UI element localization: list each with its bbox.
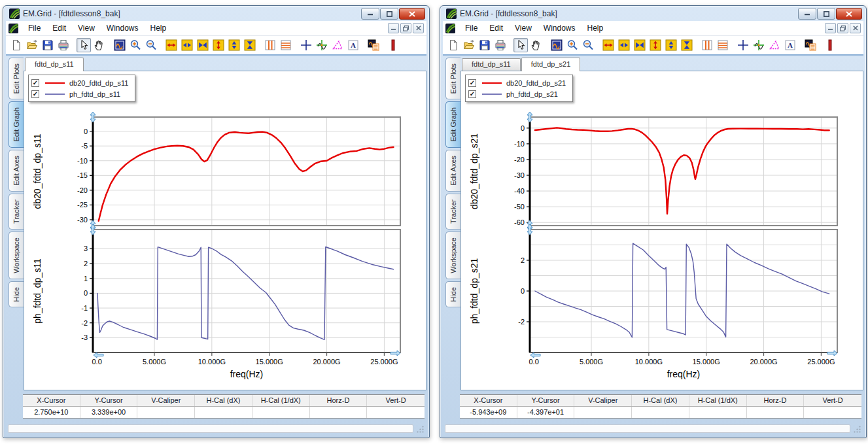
sidebar-tab-workspace[interactable]: Workspace <box>445 232 460 279</box>
legend-checkbox[interactable]: ✓ <box>468 90 476 98</box>
save-icon[interactable] <box>41 38 55 52</box>
text-label-icon[interactable]: A <box>346 38 360 52</box>
mdi-minimize-button[interactable] <box>388 23 399 33</box>
h-bowtie-icon[interactable] <box>633 38 647 52</box>
minimize-button[interactable] <box>361 8 379 20</box>
v-stretch-icon[interactable] <box>211 38 226 52</box>
legend-checkbox[interactable]: ✓ <box>468 79 476 87</box>
title-bar[interactable]: EM.Grid - [fdtdlesson8_bak] <box>6 6 426 21</box>
clipped-icon[interactable] <box>382 38 396 52</box>
close-button[interactable] <box>399 8 425 20</box>
h-stretch-icon[interactable] <box>601 38 616 52</box>
pan-hand-icon[interactable] <box>92 38 107 52</box>
vertical-gridlines-icon[interactable] <box>700 38 714 52</box>
zoom-in-icon[interactable] <box>128 38 143 52</box>
sidebar-tab-edit-axes[interactable]: Edit Axes <box>445 150 460 192</box>
text-label-icon[interactable]: A <box>783 38 797 52</box>
menu-file[interactable]: File <box>459 22 483 35</box>
vertical-gridlines-icon[interactable] <box>263 38 277 52</box>
mdi-restore-button[interactable] <box>400 23 411 33</box>
horizontal-gridlines-icon[interactable] <box>716 38 730 52</box>
maximize-button[interactable] <box>817 8 835 20</box>
save-icon[interactable] <box>477 38 492 52</box>
sidebar-tab-edit-graph[interactable]: Edit Graph <box>9 101 24 148</box>
mdi-minimize-button[interactable] <box>825 23 836 33</box>
x-axis-handle[interactable] <box>391 351 400 356</box>
v-bowtie-icon[interactable] <box>680 38 694 52</box>
crosshair-icon[interactable] <box>299 38 313 52</box>
menu-windows[interactable]: Windows <box>538 22 582 35</box>
new-document-icon[interactable] <box>9 38 24 52</box>
s-parameter-chart: 0-5-10-15-20-25-30db20_fdtd_dp_s113210-1… <box>25 112 425 381</box>
h-arrows-icon[interactable] <box>617 38 631 52</box>
menu-edit[interactable]: Edit <box>483 22 509 35</box>
print-icon[interactable] <box>56 38 71 52</box>
sidebar-tab-hide[interactable]: Hide <box>9 281 24 308</box>
zoom-in-icon[interactable] <box>565 38 580 52</box>
plot-tab-fdtd-dp-s11[interactable]: fdtd_dp_s11 <box>462 58 521 71</box>
x-axis-handle[interactable] <box>827 351 837 356</box>
v-arrows-icon[interactable] <box>664 38 678 52</box>
zoom-out-icon[interactable] <box>144 38 158 52</box>
menu-help[interactable]: Help <box>582 22 610 35</box>
sidebar-tab-hide[interactable]: Hide <box>445 281 460 308</box>
new-document-icon[interactable] <box>446 38 460 52</box>
legend-label: db20_fdtd_dp_s21 <box>506 79 566 87</box>
report-icon[interactable] <box>366 38 381 52</box>
menu-view[interactable]: View <box>509 22 538 35</box>
select-cursor-icon[interactable] <box>77 38 91 52</box>
menu-edit[interactable]: Edit <box>46 22 72 35</box>
x-axis-handle[interactable] <box>530 352 540 358</box>
title-bar[interactable]: EM.Grid - [fdtdlesson8_bak] <box>443 6 863 21</box>
sidebar-tab-edit-plots[interactable]: Edit Plots <box>445 58 460 99</box>
legend-label: ph_fdtd_dp_s11 <box>69 90 120 98</box>
v-stretch-icon[interactable] <box>648 38 663 52</box>
menu-file[interactable]: File <box>22 22 46 35</box>
sidebar-tab-tracker[interactable]: Tracker <box>445 194 460 230</box>
v-bowtie-icon[interactable] <box>243 38 257 52</box>
plot-tab-fdtd-dp-s21[interactable]: fdtd_dp_s21 <box>521 58 581 71</box>
clipped-icon[interactable] <box>819 38 833 52</box>
zoom-out-icon[interactable] <box>581 38 595 52</box>
legend-checkbox[interactable]: ✓ <box>31 79 39 87</box>
plot-window-icon[interactable] <box>549 38 564 52</box>
open-folder-icon[interactable] <box>25 38 39 52</box>
caliper-icon[interactable] <box>330 38 345 52</box>
tracker-icon[interactable] <box>315 38 329 52</box>
legend-checkbox[interactable]: ✓ <box>31 90 39 98</box>
h-arrows-icon[interactable] <box>180 38 194 52</box>
menu-help[interactable]: Help <box>145 22 173 35</box>
close-button[interactable] <box>836 8 862 20</box>
mdi-close-button[interactable] <box>413 23 424 33</box>
resize-grip[interactable] <box>416 424 425 433</box>
maximize-button[interactable] <box>380 8 398 20</box>
menu-view[interactable]: View <box>72 22 101 35</box>
caliper-icon[interactable] <box>767 38 782 52</box>
horizontal-gridlines-icon[interactable] <box>279 38 293 52</box>
x-axis-label: freq(Hz) <box>230 369 264 379</box>
cursor-table-header: Horz-D <box>310 395 368 406</box>
pan-hand-icon[interactable] <box>529 38 544 52</box>
mdi-restore-button[interactable] <box>837 23 848 33</box>
minimize-button[interactable] <box>798 8 816 20</box>
crosshair-icon[interactable] <box>736 38 750 52</box>
sidebar-tab-edit-graph[interactable]: Edit Graph <box>445 101 460 148</box>
h-bowtie-icon[interactable] <box>196 38 210 52</box>
sidebar-tab-tracker[interactable]: Tracker <box>9 194 24 230</box>
report-icon[interactable] <box>803 38 818 52</box>
open-folder-icon[interactable] <box>462 38 476 52</box>
sidebar-tab-edit-axes[interactable]: Edit Axes <box>9 150 24 192</box>
select-cursor-icon[interactable] <box>513 38 528 52</box>
plot-tab-fdtd-dp-s11[interactable]: fdtd_dp_s11 <box>25 58 84 71</box>
mdi-close-button[interactable] <box>850 23 861 33</box>
menu-windows[interactable]: Windows <box>101 22 145 35</box>
tracker-icon[interactable] <box>752 38 766 52</box>
sidebar-tab-workspace[interactable]: Workspace <box>9 232 24 279</box>
x-axis-handle[interactable] <box>94 352 103 358</box>
v-arrows-icon[interactable] <box>227 38 241 52</box>
h-stretch-icon[interactable] <box>164 38 179 52</box>
print-icon[interactable] <box>493 38 508 52</box>
plot-window-icon[interactable] <box>113 38 127 52</box>
resize-grip[interactable] <box>853 424 861 433</box>
sidebar-tab-edit-plots[interactable]: Edit Plots <box>9 58 24 99</box>
